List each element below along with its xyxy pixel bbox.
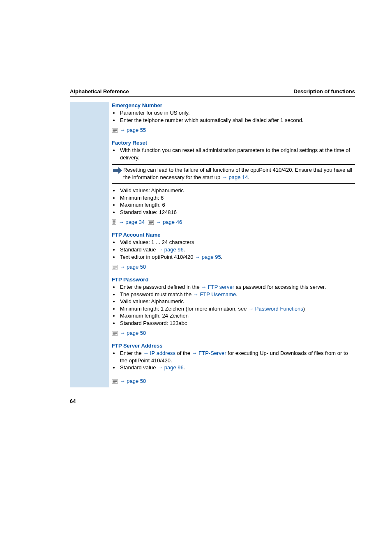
list-item: Standard value: 124816 bbox=[119, 209, 355, 216]
ref-icon bbox=[112, 219, 116, 226]
list-item: Standard value → page 96. bbox=[119, 246, 355, 253]
section-title-ftp-password: FTP Password bbox=[112, 276, 355, 283]
document-page: Alphabetical Reference Description of fu… bbox=[0, 0, 392, 467]
emergency-list: Parameter for use in US only. Enter the … bbox=[112, 109, 355, 124]
ref-icon bbox=[112, 379, 118, 385]
note-text: Resetting can lead to the failure of all… bbox=[123, 166, 355, 181]
ref-link[interactable]: FTP-Server bbox=[198, 350, 226, 356]
list-item: Maximum length: 6 bbox=[119, 201, 355, 209]
section-title-ftp-account: FTP Account Name bbox=[112, 232, 355, 238]
ref-link[interactable]: IP address bbox=[150, 350, 175, 356]
ref-link[interactable]: page 46 bbox=[163, 219, 182, 225]
header-right: Description of functions bbox=[294, 88, 355, 94]
ref-link[interactable]: page 50 bbox=[127, 378, 146, 384]
list-item: The password must match the → FTP Userna… bbox=[119, 291, 355, 298]
ref-icon bbox=[148, 220, 154, 226]
list-item: Valid values: 1 ... 24 characters bbox=[119, 239, 355, 246]
list-item: Minimum length: 6 bbox=[119, 194, 355, 202]
list-item: Enter the telphone number which automati… bbox=[119, 117, 355, 124]
ftp-account-list: Valid values: 1 ... 24 characters Standa… bbox=[112, 239, 355, 260]
list-item: Enter the password defined in the → FTP … bbox=[119, 283, 355, 291]
ref-link[interactable]: page 96 bbox=[164, 364, 184, 371]
ref-icon bbox=[112, 128, 118, 134]
list-item: Standard value → page 96. bbox=[119, 364, 355, 371]
arrow-icon: → bbox=[120, 264, 125, 270]
list-item: Standard Password: 123abc bbox=[119, 320, 355, 327]
arrow-icon: → bbox=[195, 254, 200, 260]
ref-link[interactable]: FTP server bbox=[208, 284, 234, 290]
list-item: Valid values: Alphanumeric bbox=[119, 187, 355, 194]
list-item: Parameter for use in US only. bbox=[119, 109, 355, 117]
arrow-icon: → bbox=[143, 350, 148, 356]
arrow-icon: → bbox=[248, 306, 254, 312]
arrow-icon: → bbox=[120, 330, 125, 336]
cross-ref[interactable]: → page 55 bbox=[112, 127, 355, 134]
ref-link[interactable]: page 96 bbox=[164, 246, 184, 253]
list-item: Enter the → IP address of the → FTP-Serv… bbox=[119, 350, 355, 364]
note-arrow-icon bbox=[112, 166, 123, 181]
arrow-icon: → bbox=[157, 364, 163, 371]
ftp-password-list: Enter the password defined in the → FTP … bbox=[112, 283, 355, 327]
arrow-icon: → bbox=[120, 378, 125, 384]
ref-icon bbox=[112, 265, 118, 271]
section-title-factory: Factory Reset bbox=[112, 140, 355, 146]
factory-list-1: With this function you can reset all adm… bbox=[112, 147, 355, 161]
ref-link[interactable]: page 50 bbox=[127, 264, 146, 270]
ref-link[interactable]: page 14 bbox=[229, 174, 248, 180]
factory-list-2: Valid values: Alphanumeric Minimum lengt… bbox=[112, 187, 355, 216]
content-area: Emergency Number Parameter for use in US… bbox=[70, 102, 355, 387]
arrow-icon: → bbox=[192, 350, 197, 356]
ref-link[interactable]: page 34 bbox=[125, 219, 145, 225]
list-item: Text editor in optiPoint 410/420 → page … bbox=[119, 253, 355, 261]
list-item: With this function you can reset all adm… bbox=[119, 147, 355, 161]
arrow-icon: → bbox=[157, 246, 163, 253]
cross-ref[interactable]: → page 50 bbox=[112, 264, 355, 271]
main-content: Emergency Number Parameter for use in US… bbox=[109, 102, 355, 387]
ref-link[interactable]: page 50 bbox=[127, 330, 146, 336]
cross-ref[interactable]: → page 50 bbox=[112, 330, 355, 337]
side-band bbox=[70, 102, 109, 387]
cross-ref[interactable]: → page 34 → page 46 bbox=[112, 219, 355, 226]
note-block: Resetting can lead to the failure of all… bbox=[112, 164, 355, 184]
arrow-icon: → bbox=[193, 291, 198, 297]
page-number: 64 bbox=[70, 398, 76, 404]
arrow-icon: → bbox=[120, 127, 125, 133]
ref-link[interactable]: page 55 bbox=[127, 127, 146, 133]
ref-icon bbox=[112, 331, 118, 337]
page-header: Alphabetical Reference Description of fu… bbox=[70, 88, 355, 97]
arrow-icon: → bbox=[119, 219, 124, 225]
arrow-icon: → bbox=[156, 219, 161, 225]
list-item: Minimum length: 1 Zeichen (for more info… bbox=[119, 305, 355, 313]
arrow-icon: → bbox=[222, 174, 227, 180]
cross-ref[interactable]: → page 50 bbox=[112, 378, 355, 385]
arrow-icon: → bbox=[201, 284, 206, 290]
ftp-server-list: Enter the → IP address of the → FTP-Serv… bbox=[112, 350, 355, 371]
svg-rect-4 bbox=[112, 219, 116, 225]
ref-link[interactable]: page 95 bbox=[202, 254, 221, 260]
list-item: Valid values: Alphanumeric bbox=[119, 298, 355, 305]
header-left: Alphabetical Reference bbox=[70, 88, 129, 94]
list-item: Maximum length: 24 Zeichen bbox=[119, 312, 355, 320]
section-title-ftp-server: FTP Server Address bbox=[112, 343, 355, 349]
ref-link[interactable]: Password Functions bbox=[255, 306, 303, 312]
ref-link[interactable]: FTP Username bbox=[200, 291, 236, 297]
section-title-emergency: Emergency Number bbox=[112, 102, 355, 108]
